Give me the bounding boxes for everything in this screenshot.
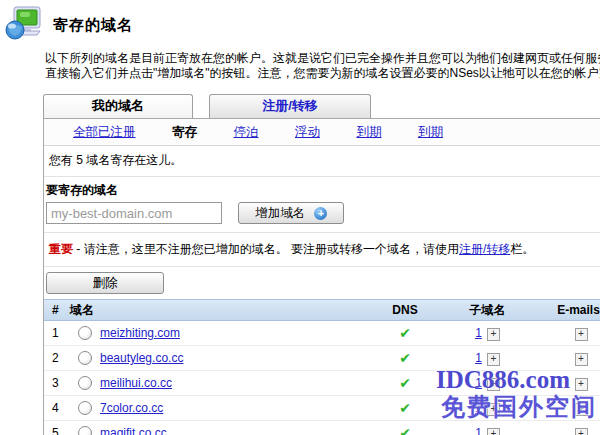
add-email-icon[interactable]: +	[575, 353, 588, 366]
domain-link[interactable]: meilihui.co.cc	[100, 376, 172, 390]
dns-ok-check-icon: ✔	[399, 325, 411, 341]
intro-line-1: 以下所列的域名是目前正寄放在您的帐户。这就是说它们已完全操作并且您可以为牠们创建…	[45, 51, 600, 66]
domain-select-radio[interactable]	[78, 326, 92, 340]
row-number: 3	[44, 376, 70, 390]
add-email-icon[interactable]: +	[575, 428, 588, 435]
subdomain-count-link[interactable]: 1	[475, 426, 482, 435]
add-subdomain-icon[interactable]: +	[487, 353, 500, 366]
subnav-parked-current: 寄存	[172, 125, 197, 139]
add-domain-button-label: 增加域名	[255, 205, 305, 222]
add-email-icon[interactable]: +	[575, 403, 588, 416]
delete-button-top[interactable]: 删除	[46, 272, 164, 294]
add-subdomain-icon[interactable]: +	[487, 328, 500, 341]
page-title: 寄存的域名	[53, 16, 133, 35]
domain-name-input[interactable]	[46, 202, 222, 224]
row-number: 5	[44, 426, 70, 435]
subnav: 全部已注册 寄存 停泊 浮动 到期 到期	[44, 119, 600, 146]
table-header-row: # 域名 DNS 子域名 E-mails	[44, 299, 600, 321]
dns-ok-check-icon: ✔	[399, 425, 411, 435]
subnav-all-registered[interactable]: 全部已注册	[73, 125, 136, 139]
subdomain-count-link[interactable]: 1	[475, 351, 482, 365]
row-number: 2	[44, 351, 70, 365]
tab-my-domains[interactable]: 我的域名	[43, 94, 193, 118]
add-email-icon[interactable]: +	[575, 328, 588, 341]
table-row: 3 meilihui.co.cc ✔ 1+ +	[44, 371, 600, 396]
table-row: 2 beautyleg.co.cc ✔ 1+ +	[44, 346, 600, 371]
add-email-icon[interactable]: +	[575, 378, 588, 391]
domain-link[interactable]: meizhiting.com	[100, 326, 180, 340]
subdomain-count-link[interactable]: 1	[475, 401, 482, 415]
col-header-number: #	[44, 303, 70, 317]
table-row: 5 magifit.co.cc ✔ 1+ +	[44, 421, 600, 435]
notice-text: - 请注意，这里不注册您已增加的域名。 要注册或转移一个域名，请使用	[73, 242, 459, 256]
tab-register-transfer[interactable]: 注册/转移	[209, 94, 371, 118]
domain-link[interactable]: 7color.co.cc	[100, 401, 163, 415]
tab-bar: 我的域名 注册/转移	[43, 94, 600, 118]
subdomain-count-link[interactable]: 1	[475, 326, 482, 340]
register-transfer-link[interactable]: 注册/转移	[459, 242, 510, 256]
domain-select-radio[interactable]	[78, 351, 92, 365]
subnav-floating-link[interactable]: 浮动	[295, 125, 320, 139]
add-domain-label: 要寄存的域名	[46, 182, 600, 199]
computer-globe-icon	[4, 4, 44, 47]
subnav-expiring-link-2[interactable]: 到期	[418, 125, 443, 139]
domains-panel: 全部已注册 寄存 停泊 浮动 到期 到期 您有 5 域名寄存在这儿。 要寄存的域…	[43, 118, 600, 435]
delete-row-top: 删除	[44, 267, 600, 299]
table-row: 4 7color.co.cc ✔ 1+ +	[44, 396, 600, 421]
dns-ok-check-icon: ✔	[399, 375, 411, 391]
add-domain-section: 要寄存的域名 增加域名 +	[44, 177, 600, 233]
dns-ok-check-icon: ✔	[399, 400, 411, 416]
domain-select-radio[interactable]	[78, 376, 92, 390]
add-subdomain-icon[interactable]: +	[487, 378, 500, 391]
add-subdomain-icon[interactable]: +	[487, 403, 500, 416]
notice-suffix: 栏。	[510, 242, 534, 256]
intro-paragraph: 以下所列的域名是目前正寄放在您的帐户。这就是说它们已完全操作并且您可以为牠们创建…	[45, 51, 600, 81]
domain-count-summary: 您有 5 域名寄存在这儿。	[44, 146, 600, 177]
col-header-subdomain: 子域名	[440, 302, 535, 319]
add-subdomain-icon[interactable]: +	[487, 428, 500, 435]
dns-ok-check-icon: ✔	[399, 350, 411, 366]
domain-link[interactable]: magifit.co.cc	[100, 426, 167, 435]
subnav-expiring-link-1[interactable]: 到期	[356, 125, 381, 139]
domain-select-radio[interactable]	[78, 401, 92, 415]
subdomain-count-link[interactable]: 1	[475, 376, 482, 390]
col-header-dns: DNS	[370, 303, 440, 317]
add-plus-icon: +	[314, 207, 327, 220]
intro-line-2: 直接输入它们并点击"增加域名"的按钮。注意，您需要为新的域名设置必要的NSes以…	[45, 66, 600, 81]
domain-select-radio[interactable]	[78, 426, 92, 435]
col-header-emails: E-mails	[535, 303, 600, 317]
row-number: 4	[44, 401, 70, 415]
important-notice: 重要 - 请注意，这里不注册您已增加的域名。 要注册或转移一个域名，请使用注册/…	[44, 233, 600, 267]
table-row: 1 meizhiting.com ✔ 1+ +	[44, 321, 600, 346]
subnav-parked-link[interactable]: 停泊	[233, 125, 258, 139]
important-label: 重要	[49, 242, 73, 256]
add-domain-button[interactable]: 增加域名 +	[238, 202, 344, 224]
col-header-domain: 域名	[70, 302, 370, 319]
row-number: 1	[44, 326, 70, 340]
domain-link[interactable]: beautyleg.co.cc	[100, 351, 183, 365]
page-header: 寄存的域名	[0, 0, 600, 46]
